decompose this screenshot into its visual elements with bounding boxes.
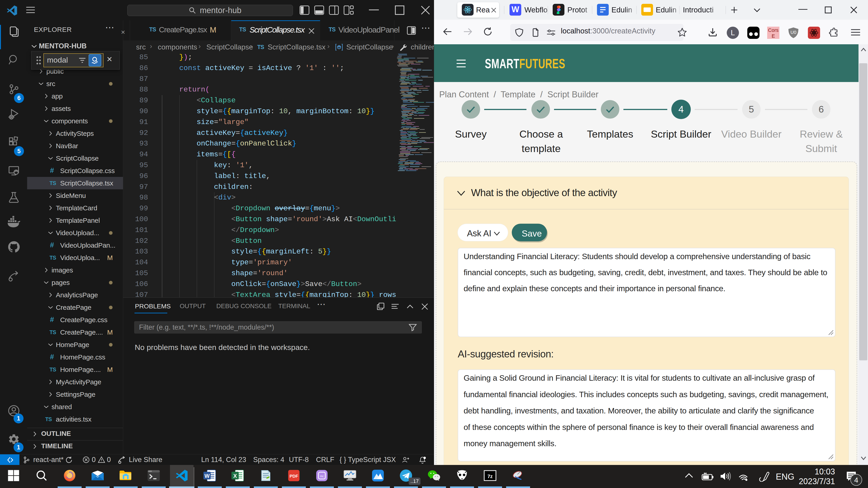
svg-text:PDF: PDF — [289, 474, 298, 479]
svg-text:U0: U0 — [790, 30, 796, 35]
svg-text:7z: 7z — [487, 474, 493, 479]
svg-text:mc: mc — [320, 475, 324, 478]
svg-text:W: W — [205, 473, 210, 479]
svg-text:X: X — [233, 473, 237, 479]
